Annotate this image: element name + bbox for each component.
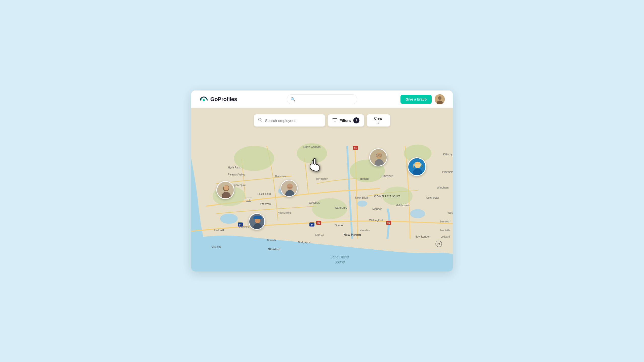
map-pin-bearded-man[interactable] [280,180,298,197]
map-controls: Filters 2 Clear all [254,114,390,127]
svg-text:25: 25 [437,243,440,245]
svg-point-89 [287,184,293,190]
svg-text:Beekman: Beekman [275,175,286,178]
svg-text:Bristol: Bristol [360,177,369,180]
filters-button[interactable]: Filters 2 [328,114,364,127]
svg-text:84: 84 [311,223,313,226]
svg-text:Torrington: Torrington [316,177,328,180]
svg-text:New Milford: New Milford [278,211,291,214]
svg-point-14 [410,209,425,218]
svg-text:Milford: Milford [315,234,324,237]
svg-text:Ossining: Ossining [212,245,221,248]
svg-point-5 [234,146,274,171]
header-search-bar[interactable]: 🔍 [287,94,357,104]
employee-search-bar[interactable] [254,114,325,127]
header: GoProfiles 🔍 Give a bravo [191,90,453,108]
svg-point-103 [414,162,421,168]
svg-text:Bridgeport: Bridgeport [298,241,311,244]
svg-text:84: 84 [239,223,242,226]
svg-point-2 [438,96,441,100]
app-window: GoProfiles 🔍 Give a bravo [191,90,453,272]
svg-text:Sound: Sound [335,260,345,264]
filter-icon [333,118,337,123]
svg-text:Hartford: Hartford [381,174,393,178]
svg-text:New Haven: New Haven [343,233,361,237]
svg-text:Colchester: Colchester [426,196,439,199]
logo: GoProfiles [199,96,237,103]
svg-text:CONNECTICUT: CONNECTICUT [374,195,401,198]
header-search-input[interactable] [298,97,353,101]
svg-text:Waterbury: Waterbury [335,206,347,209]
svg-text:Hyde Park: Hyde Park [228,166,240,169]
svg-text:Norwalk: Norwalk [267,239,276,242]
map-pin-hat-man[interactable] [249,213,265,230]
logo-text: GoProfiles [210,96,237,103]
user-avatar-button[interactable] [435,94,445,104]
logo-icon [199,96,208,102]
svg-text:New London: New London [415,235,430,238]
svg-text:91: 91 [354,147,357,149]
svg-text:Wallingford: Wallingford [369,219,383,222]
employee-search-icon [258,118,263,123]
svg-rect-95 [254,216,261,218]
svg-text:Shelton: Shelton [335,224,344,227]
svg-text:95: 95 [387,222,390,224]
svg-text:North Canaan: North Canaan [303,145,321,148]
svg-text:East Fishkill: East Fishkill [257,193,271,195]
map-pin-older-man[interactable] [369,148,387,166]
svg-text:Plainfield: Plainfield [442,170,453,173]
svg-text:New Britain: New Britain [355,196,369,199]
svg-text:Windham: Windham [437,186,449,189]
svg-text:Woodbury: Woodbury [309,201,320,204]
employee-search-input[interactable] [265,118,321,123]
map-pin-blonde-woman[interactable] [408,157,426,176]
svg-text:Montville: Montville [440,229,450,232]
user-avatar [435,94,445,104]
svg-text:Meriden: Meriden [372,207,382,210]
svg-text:Middletown: Middletown [395,204,410,207]
svg-text:95: 95 [317,222,320,224]
svg-point-15 [220,214,238,224]
map-container: North Canaan Hyde Park Pleasant Valley P… [191,108,453,272]
search-icon: 🔍 [291,97,296,102]
svg-text:Patterson: Patterson [260,203,271,205]
header-actions: Give a bravo [400,94,445,104]
svg-text:Long Island: Long Island [331,255,349,259]
svg-text:Westerly: Westerly [448,211,453,214]
svg-text:Hamden: Hamden [359,229,370,232]
svg-text:Norwich: Norwich [440,220,450,223]
map-pin-asian-woman[interactable] [216,181,234,199]
clear-all-button[interactable]: Clear all [367,114,390,127]
svg-point-86 [224,185,229,190]
svg-text:Pleasant Valley: Pleasant Valley [228,173,245,176]
filter-count-badge: 2 [353,117,359,123]
svg-point-13 [357,201,367,207]
svg-text:Killingly: Killingly [443,153,453,156]
filters-label: Filters [340,118,351,123]
svg-text:Ledyard: Ledyard [441,235,450,238]
svg-point-79 [259,118,261,121]
svg-point-0 [203,99,205,101]
svg-text:44: 44 [248,199,250,201]
svg-text:Stamford: Stamford [268,248,280,251]
give-bravo-button[interactable]: Give a bravo [400,95,432,104]
svg-text:Peekskill: Peekskill [214,229,224,232]
